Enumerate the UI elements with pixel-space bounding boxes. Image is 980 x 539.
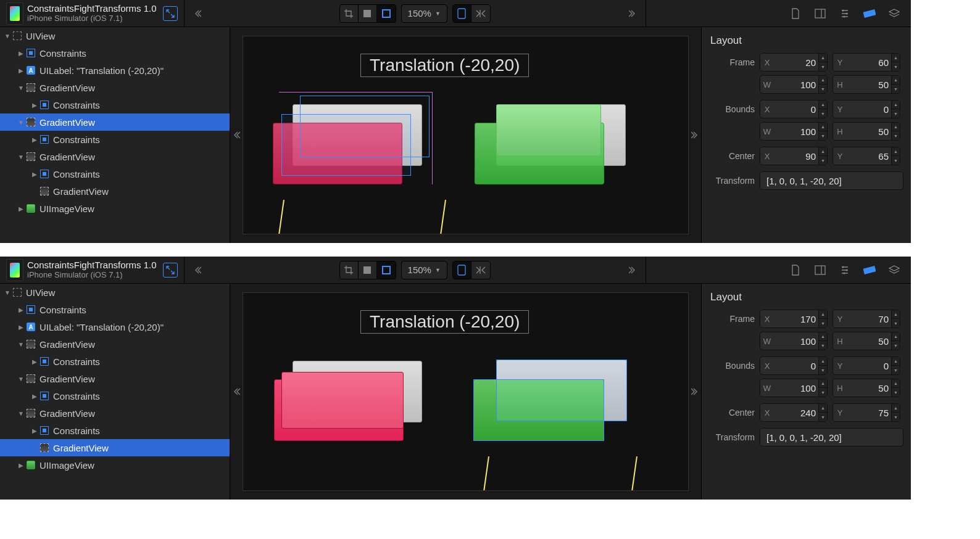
step-up[interactable]: ▲ <box>892 147 900 156</box>
number-field-X[interactable]: X 240 ▲▼ <box>760 403 828 422</box>
step-up[interactable]: ▲ <box>892 357 900 366</box>
canvas[interactable]: Translation (-20,20)cd <box>243 292 689 491</box>
disclosure-triangle[interactable]: ▼ <box>17 410 25 417</box>
tree-row[interactable]: ▶UIImageView <box>0 200 230 217</box>
expand-button[interactable] <box>163 6 178 21</box>
step-down[interactable]: ▼ <box>819 319 827 327</box>
tree-row[interactable]: ▶AUILabel: "Translation (-20,20)" <box>0 62 230 79</box>
mode-bounds[interactable] <box>377 5 396 22</box>
step-down[interactable]: ▼ <box>892 366 900 374</box>
hierarchy-tree[interactable]: ▼UIView▶Constraints▶AUILabel: "Translati… <box>0 27 230 243</box>
expand-button[interactable] <box>163 263 178 278</box>
transform-field[interactable]: [1, 0, 0, 1, -20, 20] <box>760 171 903 190</box>
step-up[interactable]: ▲ <box>892 101 900 109</box>
tree-row[interactable]: ▶Constraints <box>0 387 230 405</box>
disclosure-triangle[interactable]: ▼ <box>4 33 11 39</box>
number-field-W[interactable]: W 100 ▲▼ <box>760 379 828 397</box>
canvas[interactable]: Translation (-20,20)ab <box>243 36 689 234</box>
step-up[interactable]: ▲ <box>819 404 827 413</box>
tree-row[interactable]: ▼GradientView <box>0 335 230 353</box>
step-down[interactable]: ▼ <box>892 84 900 93</box>
mode-fill[interactable] <box>359 261 377 279</box>
mode-fill[interactable] <box>359 5 377 22</box>
zoom-dropdown[interactable]: 150%▼ <box>401 4 447 23</box>
tree-row[interactable]: ▶AUILabel: "Translation (-20,20)" <box>0 318 230 335</box>
hierarchy-tree[interactable]: ▼UIView▶Constraints▶AUILabel: "Translati… <box>0 284 230 500</box>
step-down[interactable]: ▼ <box>819 366 827 374</box>
disclosure-triangle[interactable]: ▶ <box>31 393 38 400</box>
number-field-H[interactable]: H 50 ▲▼ <box>833 75 900 94</box>
tab-sliders[interactable] <box>837 6 853 22</box>
step-down[interactable]: ▼ <box>892 388 900 397</box>
tree-row[interactable]: ▼GradientView <box>0 113 230 131</box>
step-down[interactable]: ▼ <box>892 156 900 165</box>
number-field-H[interactable]: H 50 ▲▼ <box>833 122 900 141</box>
device-mirror[interactable] <box>471 261 490 279</box>
step-up[interactable]: ▲ <box>892 379 900 388</box>
tree-row[interactable]: ▼GradientView <box>0 148 230 165</box>
disclosure-triangle[interactable]: ▶ <box>17 462 25 469</box>
tree-row[interactable]: ▶Constraints <box>0 301 230 318</box>
disclosure-triangle[interactable]: ▼ <box>17 341 25 348</box>
tree-row[interactable]: ▶Constraints <box>0 422 230 439</box>
number-field-Y[interactable]: Y 75 ▲▼ <box>833 403 900 422</box>
number-field-W[interactable]: W 100 ▲▼ <box>760 332 828 350</box>
number-field-W[interactable]: W 100 ▲▼ <box>760 122 828 141</box>
number-field-W[interactable]: W 100 ▲▼ <box>760 75 828 94</box>
tab-panel[interactable] <box>812 262 828 278</box>
step-up[interactable]: ▲ <box>892 310 900 319</box>
tab-panel[interactable] <box>812 6 828 22</box>
disclosure-triangle[interactable]: ▶ <box>17 50 25 57</box>
step-up[interactable]: ▲ <box>819 54 827 62</box>
step-up[interactable]: ▲ <box>819 332 827 341</box>
tab-layers[interactable] <box>886 6 902 22</box>
number-field-Y[interactable]: Y 0 ▲▼ <box>833 100 900 118</box>
number-field-X[interactable]: X 170 ▲▼ <box>760 310 828 328</box>
step-up[interactable]: ▲ <box>819 101 827 109</box>
tree-row[interactable]: ▼GradientView <box>0 370 230 387</box>
tree-row[interactable]: GradientView <box>0 183 230 200</box>
step-down[interactable]: ▼ <box>819 131 827 140</box>
tree-row[interactable]: ▼UIView <box>0 27 230 44</box>
tree-row[interactable]: ▶Constraints <box>0 131 230 148</box>
step-down[interactable]: ▼ <box>819 62 827 71</box>
tree-row[interactable]: ▶Constraints <box>0 165 230 183</box>
tab-sliders[interactable] <box>837 262 853 278</box>
number-field-Y[interactable]: Y 65 ▲▼ <box>833 147 900 165</box>
disclosure-triangle[interactable]: ▶ <box>17 307 25 313</box>
number-field-Y[interactable]: Y 70 ▲▼ <box>833 310 900 328</box>
step-up[interactable]: ▲ <box>819 147 827 156</box>
step-up[interactable]: ▲ <box>819 379 827 388</box>
step-up[interactable]: ▲ <box>892 123 900 131</box>
number-field-H[interactable]: H 50 ▲▼ <box>833 379 900 397</box>
disclosure-triangle[interactable]: ▼ <box>17 154 25 160</box>
disclosure-triangle[interactable]: ▶ <box>17 205 25 212</box>
tree-expand-chevron[interactable] <box>230 284 243 500</box>
step-up[interactable]: ▲ <box>819 357 827 366</box>
zoom-dropdown[interactable]: 150%▼ <box>401 261 447 279</box>
step-up[interactable]: ▲ <box>819 123 827 131</box>
tab-ruler[interactable] <box>862 262 878 278</box>
disclosure-triangle[interactable]: ▶ <box>31 358 38 365</box>
disclosure-triangle[interactable]: ▶ <box>31 427 38 434</box>
mode-crop[interactable] <box>340 261 359 279</box>
sidebar-collapse-right[interactable] <box>626 263 639 277</box>
number-field-X[interactable]: X 0 ▲▼ <box>760 356 828 375</box>
step-down[interactable]: ▼ <box>892 131 900 140</box>
step-up[interactable]: ▲ <box>892 332 900 341</box>
step-down[interactable]: ▼ <box>892 319 900 327</box>
step-down[interactable]: ▼ <box>819 109 827 118</box>
tree-row[interactable]: ▶Constraints <box>0 96 230 113</box>
disclosure-triangle[interactable]: ▶ <box>31 102 38 109</box>
tree-expand-chevron[interactable] <box>230 27 243 243</box>
disclosure-triangle[interactable]: ▶ <box>17 67 25 74</box>
tree-row[interactable]: ▶Constraints <box>0 353 230 370</box>
device-phone[interactable] <box>453 5 471 22</box>
sidebar-collapse-left[interactable] <box>191 263 204 277</box>
inspector-expand-chevron[interactable] <box>689 27 701 243</box>
step-up[interactable]: ▲ <box>892 54 900 62</box>
number-field-H[interactable]: H 50 ▲▼ <box>833 332 900 350</box>
step-down[interactable]: ▼ <box>892 413 900 421</box>
mode-crop[interactable] <box>340 5 359 22</box>
step-up[interactable]: ▲ <box>892 404 900 413</box>
